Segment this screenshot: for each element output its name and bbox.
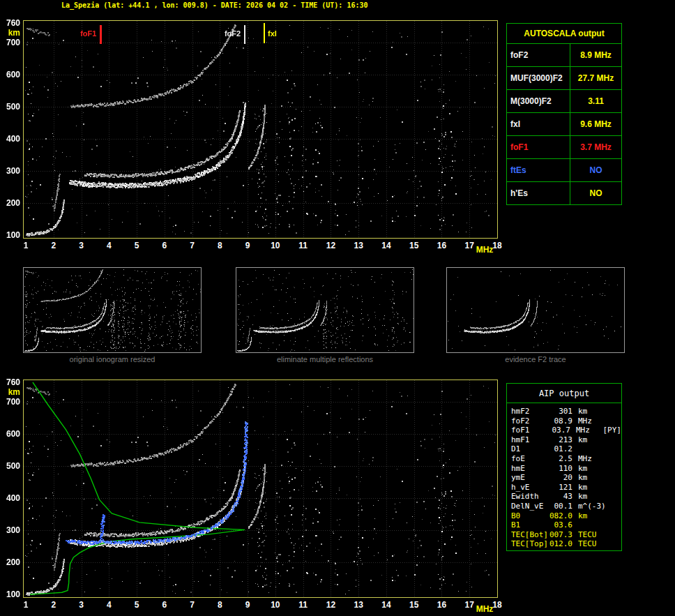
param-label: Ewidth	[511, 492, 549, 502]
profile-plot	[23, 380, 498, 598]
autoscala-row: M(3000)F23.11	[507, 90, 622, 113]
aip-row: hmF2301km	[511, 407, 621, 416]
autoscala-row: fxI9.6 MHz	[507, 113, 622, 136]
foF1-marker-line	[100, 25, 102, 44]
param-flag: [PY]	[602, 426, 621, 435]
x-tick-label: 3	[74, 241, 89, 250]
x-tick-label: 8	[212, 241, 227, 250]
x-tick-label: 13	[351, 241, 366, 250]
x-tick-label: 11	[296, 241, 311, 250]
ionogram-plot	[23, 20, 498, 239]
x-tick-label: 15	[407, 241, 422, 250]
aip-row: TEC[Bot]007.3TECU	[511, 530, 621, 540]
aip-row: DelN_vE00.1m^(-3)	[511, 502, 621, 511]
param-value: 301	[549, 407, 572, 416]
x-tick-label: 12	[323, 600, 338, 610]
param-label: TEC[Bot]	[511, 530, 549, 540]
y-tick-label: 400	[1, 134, 20, 144]
x-tick-label: 16	[434, 241, 449, 250]
param-label: DelN_vE	[511, 502, 549, 511]
x-tick-label: 2	[46, 241, 61, 250]
param-value: NO	[570, 159, 622, 182]
x-tick-label: 4	[101, 600, 116, 610]
y-tick-label: 760	[1, 18, 20, 28]
param-label: TEC[Top]	[511, 539, 549, 549]
y-tick-label: 100	[1, 589, 20, 599]
thumbnail-cleaned-canvas	[236, 268, 414, 352]
fxI-marker-line	[264, 23, 265, 43]
param-label: ftEs	[507, 159, 570, 182]
param-label: foF2	[511, 416, 549, 426]
aip-row: ymE20km	[511, 473, 621, 483]
param-unit: km	[578, 407, 606, 416]
param-value: 20	[549, 473, 572, 483]
param-value: 121	[549, 483, 572, 493]
autoscala-row: ftEsNO	[507, 159, 622, 182]
station-header: La_Spezia (lat: +44.1 , lon: 009.8) - DA…	[61, 1, 368, 9]
thumbnail-f2trace	[446, 267, 625, 353]
x-tick-label: 11	[296, 600, 311, 610]
x-tick-label: 10	[268, 600, 283, 610]
x-tick-label: 14	[379, 600, 394, 610]
aip-row: foF103.7MHz[PY]	[511, 426, 621, 435]
aip-row: hmF1213km	[511, 435, 621, 445]
param-value: 00.1	[549, 502, 572, 511]
param-unit: m^(-3)	[578, 502, 606, 511]
param-value: 03.7	[547, 426, 570, 435]
param-value: 3.11	[570, 90, 622, 113]
x-tick-label: 8	[212, 600, 227, 610]
aip-row: B0082.0km	[511, 511, 621, 521]
param-value: 8.9 MHz	[570, 44, 622, 67]
param-value: 110	[549, 464, 572, 474]
autoscala-window: La_Spezia (lat: +44.1 , lon: 009.8) - DA…	[0, 0, 675, 616]
autoscala-output-title: AUTOSCALA output	[506, 23, 622, 44]
param-value: 27.7 MHz	[570, 67, 622, 90]
param-unit: MHz	[576, 426, 603, 435]
param-unit: MHz	[578, 416, 606, 426]
aip-output-panel: AIP output hmF2301kmfoF208.9MHzfoF103.7M…	[506, 383, 622, 551]
fxI-marker-label: fxI	[268, 29, 294, 38]
param-unit: MHz	[578, 454, 606, 464]
param-label: B1	[511, 520, 549, 530]
param-value: 012.0	[549, 539, 572, 549]
param-label: hmF2	[511, 407, 549, 416]
x-axis-unit: MHz	[474, 604, 495, 614]
y-tick-label: 500	[1, 102, 20, 112]
autoscala-output-table: foF28.9 MHzMUF(3000)F227.7 MHzM(3000)F23…	[506, 43, 622, 205]
y-axis-unit: km	[1, 387, 20, 397]
thumbnail-original-canvas	[24, 268, 201, 352]
param-unit	[578, 520, 606, 530]
param-label: hmF1	[511, 435, 549, 445]
aip-output-rows: hmF2301kmfoF208.9MHzfoF103.7MHz[PY]hmF12…	[507, 403, 621, 549]
y-tick-label: 700	[1, 397, 20, 407]
param-label: foF1	[507, 136, 570, 159]
param-value: 01.2	[549, 444, 572, 454]
aip-row: Ewidth43km	[511, 492, 621, 502]
aip-row: foE2.5MHz	[511, 454, 621, 464]
x-tick-label: 7	[185, 600, 200, 610]
param-value: 007.3	[549, 530, 572, 540]
autoscala-row: foF13.7 MHz	[507, 136, 622, 159]
y-tick-label: 200	[1, 198, 20, 208]
thumbnail-caption-original: original ionogram resized	[23, 355, 202, 363]
thumbnail-caption-cleaned: eliminate multiple reflections	[236, 355, 414, 363]
param-unit: km	[578, 435, 606, 445]
autoscala-output-panel: AUTOSCALA output foF28.9 MHzMUF(3000)F22…	[506, 23, 622, 205]
aip-row: foF208.9MHz	[511, 416, 621, 426]
x-tick-label: 12	[323, 241, 338, 250]
param-unit	[578, 444, 606, 454]
y-tick-label: 600	[1, 429, 20, 439]
profile-canvas	[24, 380, 497, 597]
param-label: ymE	[511, 473, 549, 483]
x-axis-unit: MHz	[474, 245, 495, 255]
x-tick-label: 9	[240, 600, 255, 610]
thumbnail-original	[23, 267, 202, 353]
param-label: fxI	[507, 113, 570, 136]
x-tick-label: 2	[46, 600, 61, 610]
aip-row: TEC[Top]012.0TECU	[511, 539, 621, 549]
x-tick-label: 1	[18, 241, 33, 250]
y-tick-label: 700	[1, 38, 20, 47]
x-tick-label: 6	[157, 600, 172, 610]
thumbnail-caption-f2trace: evidence F2 trace	[446, 355, 625, 363]
param-unit: TECU	[578, 530, 606, 540]
